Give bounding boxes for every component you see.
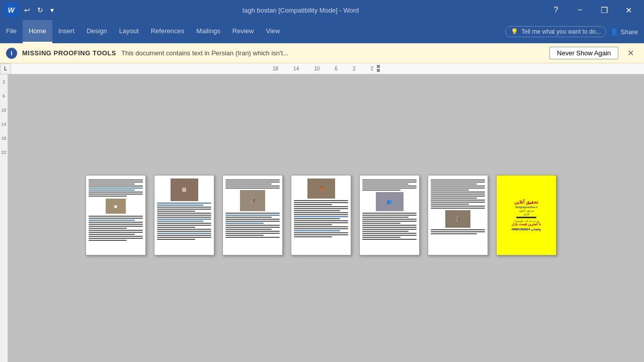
info-icon: i: [6, 48, 17, 59]
undo-redo-group: ↩ ↻ ▾: [21, 4, 57, 16]
tab-review[interactable]: Review: [226, 20, 260, 43]
pages-row: ▣: [86, 175, 556, 255]
help-button[interactable]: ?: [544, 0, 568, 20]
notification-title: MISSING PROOFING TOOLS: [22, 49, 116, 57]
minimize-button[interactable]: −: [569, 0, 592, 20]
word-icon: W: [4, 3, 18, 17]
tab-references[interactable]: References: [145, 20, 190, 43]
notification-text: This document contains text in Persian (…: [121, 49, 544, 57]
title-bar-left: W ↩ ↻ ▾: [4, 3, 57, 17]
page-thumbnail-2[interactable]: 🏛: [154, 175, 214, 255]
never-show-again-button[interactable]: Never Show Again: [549, 47, 618, 59]
tab-mailings[interactable]: Mailings: [190, 20, 226, 43]
redo-button[interactable]: ↻: [34, 4, 46, 16]
share-button[interactable]: 👤 Share: [610, 28, 638, 36]
person-icon: 👤: [610, 28, 618, 36]
notification-close-button[interactable]: ✕: [623, 46, 638, 60]
document-area: ▣: [8, 74, 644, 362]
page-thumbnail-3[interactable]: 🗿: [222, 175, 283, 255]
vertical-ruler: 2 6 10 14 18 22: [0, 74, 8, 362]
page-thumbnail-5[interactable]: 👥: [359, 175, 420, 255]
page-thumbnail-7[interactable]: تحقیق آنلاین Tahghighonline.ir مرجع دانل…: [496, 175, 556, 255]
main-content-area: 2 6 10 14 18 22 ▣: [0, 74, 644, 362]
notification-bar: i MISSING PROOFING TOOLS This document c…: [0, 43, 644, 63]
window-controls: ? − ❐ ✕: [544, 0, 640, 20]
svg-rect-0: [377, 65, 380, 68]
svg-rect-1: [377, 69, 380, 72]
lightbulb-icon: 💡: [511, 28, 518, 35]
tab-home[interactable]: Home: [23, 20, 52, 43]
horizontal-ruler: L 18 14 10 6 2 2: [0, 63, 644, 74]
ribbon-right: 💡 Tell me what you want to do... 👤 Share: [499, 20, 644, 43]
page-thumbnail-4[interactable]: 🏺: [291, 175, 351, 255]
close-button[interactable]: ✕: [617, 0, 640, 20]
ruler-marker-icon: [374, 65, 382, 73]
page-thumbnail-6[interactable]: 🗿: [428, 175, 488, 255]
undo-button[interactable]: ↩: [21, 4, 33, 16]
ruler-numbers: 18 14 10 6 2 2: [11, 65, 644, 73]
quick-access-dropdown[interactable]: ▾: [47, 4, 57, 16]
document-title: tagh bostan [Compatibility Mode] - Word: [57, 7, 544, 14]
tab-file[interactable]: File: [0, 20, 23, 43]
restore-button[interactable]: ❐: [593, 0, 616, 20]
tab-view[interactable]: View: [260, 20, 286, 43]
ruler-tab-selector[interactable]: L: [0, 63, 11, 74]
ad-content: تحقیق آنلاین Tahghighonline.ir مرجع دانل…: [497, 175, 556, 255]
tab-layout[interactable]: Layout: [113, 20, 145, 43]
tell-me-input[interactable]: 💡 Tell me what you want to do...: [505, 26, 606, 37]
tab-design[interactable]: Design: [80, 20, 113, 43]
page-thumbnail-1[interactable]: ▣: [86, 175, 146, 255]
title-bar: W ↩ ↻ ▾ tagh bostan [Compatibility Mode]…: [0, 0, 644, 20]
ribbon: File Home Insert Design Layout Reference…: [0, 20, 644, 43]
tab-insert[interactable]: Insert: [52, 20, 81, 43]
